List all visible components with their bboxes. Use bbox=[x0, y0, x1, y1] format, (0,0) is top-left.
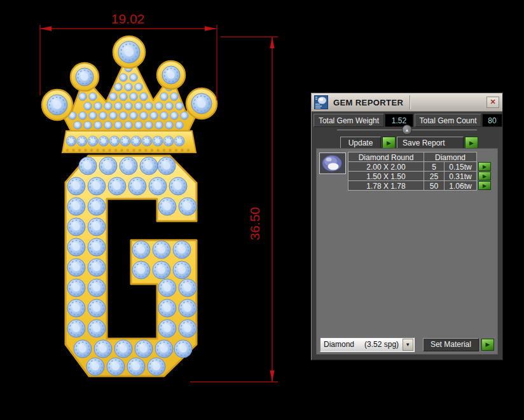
play-icon: ▶ bbox=[483, 164, 486, 170]
material-row: Diamond (3.52 spg) ▼ Set Material ▶ bbox=[320, 337, 494, 352]
svg-text:19.02: 19.02 bbox=[111, 11, 145, 26]
gem-table: Diamond Round Diamond 2.00 X 2.00 5 0.15… bbox=[348, 152, 491, 191]
gem-preview bbox=[319, 152, 346, 174]
table-row[interactable]: 1.50 X 1.50 25 0.31tw ▶ bbox=[348, 171, 491, 181]
cad-stage: 19.0236.50 GEM REPORTER ✕ Total Gem We bbox=[0, 0, 524, 420]
total-gem-weight-label: Total Gem Weight bbox=[314, 114, 384, 127]
play-icon: ▶ bbox=[483, 183, 486, 189]
table-row[interactable]: 1.78 X 1.78 50 1.06tw ▶ bbox=[348, 180, 491, 191]
play-icon: ▶ bbox=[387, 140, 391, 146]
gem-reporter-window: GEM REPORTER ✕ Total Gem Weight 1.52 Tot… bbox=[311, 93, 503, 360]
row-apply-button[interactable]: ▶ bbox=[478, 172, 491, 180]
gem-list-area: Diamond Round Diamond 2.00 X 2.00 5 0.15… bbox=[316, 148, 498, 355]
close-button[interactable]: ✕ bbox=[486, 97, 499, 108]
gem-table-header: Diamond Round Diamond bbox=[348, 152, 491, 162]
dropdown-arrow-icon[interactable]: ▼ bbox=[403, 339, 413, 351]
window-titlebar[interactable]: GEM REPORTER ✕ bbox=[312, 93, 502, 112]
play-icon: ▶ bbox=[486, 341, 490, 348]
collapse-button[interactable]: ▲ bbox=[402, 125, 412, 135]
titlebar-divider bbox=[410, 95, 410, 109]
save-report-run-button[interactable]: ▶ bbox=[465, 137, 478, 149]
row-apply-button[interactable]: ▶ bbox=[478, 162, 491, 171]
total-gem-count-label: Total Gem Count bbox=[415, 114, 481, 127]
material-dropdown[interactable]: Diamond (3.52 spg) ▼ bbox=[320, 337, 415, 352]
update-button[interactable]: Update bbox=[340, 137, 381, 149]
gem-reporter-icon bbox=[314, 95, 328, 109]
window-title: GEM REPORTER bbox=[332, 98, 410, 107]
play-icon: ▶ bbox=[483, 173, 486, 179]
gem-preview-icon bbox=[320, 153, 345, 173]
close-icon: ✕ bbox=[490, 98, 495, 105]
material-name: Diamond bbox=[321, 340, 354, 349]
svg-text:36.50: 36.50 bbox=[247, 207, 262, 241]
row-apply-button[interactable]: ▶ bbox=[478, 181, 491, 190]
set-material-run-button[interactable]: ▶ bbox=[481, 339, 494, 351]
total-gem-count-value: 80 bbox=[482, 114, 502, 127]
play-icon: ▶ bbox=[469, 140, 474, 146]
pendant-crown bbox=[42, 36, 217, 152]
column-header: Diamond bbox=[424, 152, 477, 162]
update-run-button[interactable]: ▶ bbox=[382, 137, 396, 149]
collapse-icon: ▲ bbox=[405, 128, 410, 132]
save-report-button[interactable]: Save Report bbox=[397, 137, 464, 149]
set-material-button[interactable]: Set Material bbox=[423, 338, 479, 351]
table-row[interactable]: 2.00 X 2.00 5 0.15tw ▶ bbox=[348, 161, 491, 172]
column-header: Diamond Round bbox=[348, 152, 424, 162]
pendant-letter-g bbox=[66, 156, 197, 376]
material-density: (3.52 spg) bbox=[364, 340, 399, 349]
